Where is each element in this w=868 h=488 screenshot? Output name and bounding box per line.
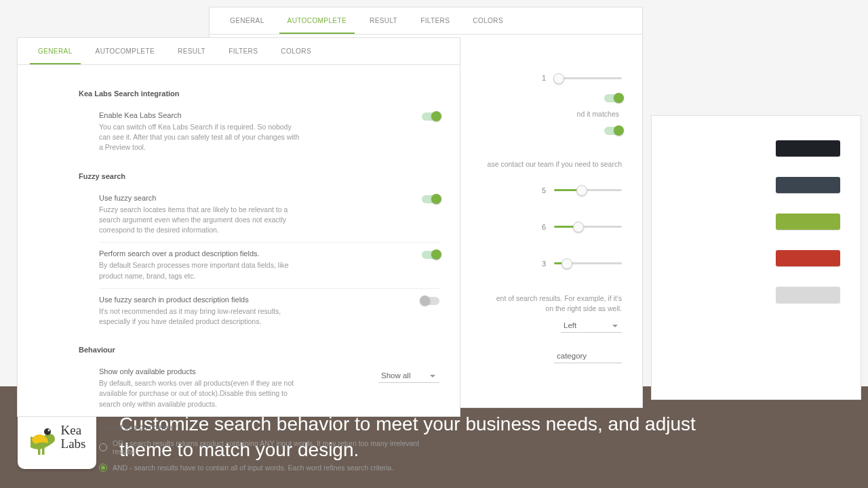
tab-colors[interactable]: COLORS [465,7,511,34]
fuzzydesc-title: Use fuzzy search in product description … [99,296,365,304]
radio-and[interactable] [99,464,107,472]
section-behaviour: Behaviour [79,346,439,354]
toggle-fuzzy[interactable] [422,195,439,203]
tab-colors[interactable]: COLORS [273,38,319,64]
input-category[interactable] [554,349,622,363]
tab-result[interactable]: RESULT [170,38,214,64]
fuzzydesc-desc: It's not recommended as it may bring low… [99,306,302,327]
tabs-general: GENERAL AUTOCOMPLETE RESULT FILTERS COLO… [18,38,460,65]
tabs-autocomplete: GENERAL AUTOCOMPLETE RESULT FILTERS COLO… [210,7,642,35]
panel-colors [651,115,861,400]
slider-3[interactable] [554,262,622,264]
toggle-ac-2[interactable] [604,127,622,135]
slider-6-value: 6 [535,223,546,231]
toggle-enable-search[interactable] [422,113,439,121]
tab-result[interactable]: RESULT [361,7,406,34]
tab-general[interactable]: GENERAL [30,38,81,64]
panel-general: GENERAL AUTOCOMPLETE RESULT FILTERS COLO… [17,37,460,417]
select-alignment[interactable]: Left [561,319,622,333]
fuzzy-desc: Fuzzy search locates items that are like… [99,205,302,236]
slider-1-value: 1 [535,74,546,82]
fuzzy-title: Use fuzzy search [99,194,365,202]
slider-6[interactable] [554,226,622,228]
slider-1[interactable] [554,77,622,79]
slider-5[interactable] [554,189,622,191]
slider-3-value: 3 [535,260,546,268]
toggle-fuzzy-description[interactable] [422,297,439,305]
toggle-search-description[interactable] [422,251,439,259]
color-swatch-5[interactable] [776,287,840,303]
enable-title: Enable Kea Labs Search [99,111,365,119]
tab-filters[interactable]: FILTERS [412,7,458,34]
tab-autocomplete[interactable]: AUTOCOMPLETE [279,7,355,34]
color-swatch-1[interactable] [776,140,840,157]
tab-autocomplete[interactable]: AUTOCOMPLETE [87,38,163,64]
enable-desc: You can switch off Kea Labs Search if is… [99,122,302,153]
defop-title: Default search operator [99,423,439,431]
tab-general[interactable]: GENERAL [222,7,273,34]
slider-5-value: 5 [535,186,546,195]
radio-or-row[interactable]: OR - search results returns product cont… [99,435,439,460]
searchdesc-title: Perform search over a product descriptio… [99,249,365,258]
radio-and-row[interactable]: AND - search results have to contain all… [99,460,439,476]
section-fuzzy: Fuzzy search [79,172,439,180]
color-swatch-2[interactable] [776,177,840,193]
radio-or-label: OR - search results returns product cont… [113,439,439,455]
section-integration: Kea Labs Search integration [79,89,439,98]
tab-filters[interactable]: FILTERS [220,38,266,64]
avail-desc: By default, search works over all produc… [99,378,302,409]
radio-or[interactable] [99,443,107,451]
searchdesc-desc: By default Search processes more importa… [99,260,302,281]
toggle-ac-1[interactable] [604,94,622,102]
color-swatch-3[interactable] [776,214,840,230]
avail-title: Show only available products [99,367,365,375]
radio-and-label: AND - search results have to contain all… [113,464,393,472]
color-swatch-4[interactable] [776,250,840,266]
select-availability[interactable]: Show all [378,369,439,383]
